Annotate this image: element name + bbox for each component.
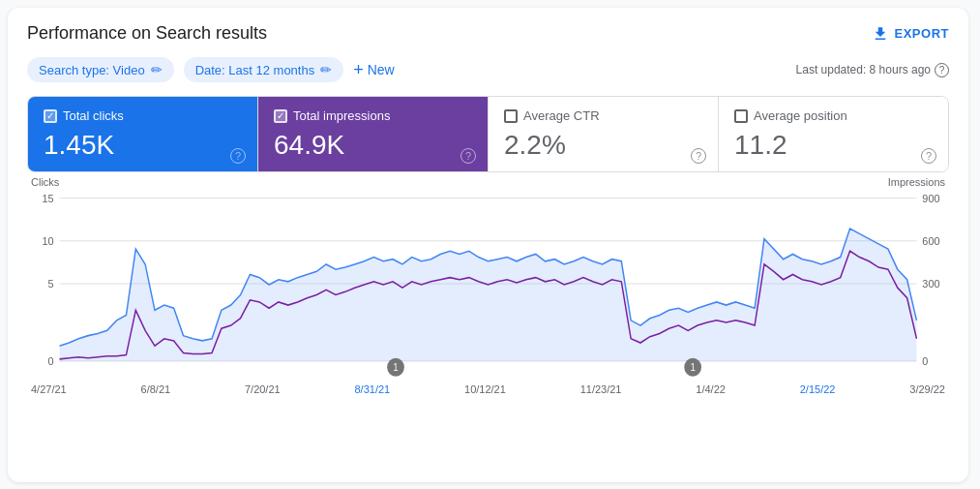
svg-text:600: 600	[922, 234, 939, 246]
x-axis-labels: 4/27/21 6/8/21 7/20/21 8/31/21 10/12/21 …	[31, 383, 945, 395]
total-impressions-checkbox[interactable]	[274, 109, 287, 123]
svg-text:10: 10	[43, 234, 54, 246]
average-position-label: Average position	[754, 108, 847, 123]
svg-text:15: 15	[43, 192, 54, 203]
filters-row: Search type: Video ✏ Date: Last 12 month…	[27, 57, 949, 82]
total-clicks-value: 1.45K	[44, 129, 242, 162]
header: Performance on Search results EXPORT	[27, 23, 949, 44]
chart-svg-container: 15 10 5 0 900 600 300 0 1 1	[31, 188, 945, 382]
x-label-1: 6/8/21	[141, 383, 171, 395]
x-label-5: 11/23/21	[580, 383, 622, 395]
edit-icon-date: ✏	[320, 62, 332, 77]
x-label-7: 2/15/22	[800, 383, 836, 395]
total-impressions-value: 64.9K	[274, 129, 472, 162]
average-ctr-value: 2.2%	[504, 129, 702, 162]
svg-text:0: 0	[922, 354, 928, 366]
x-label-6: 1/4/22	[696, 383, 726, 395]
x-label-4: 10/12/21	[464, 383, 506, 395]
export-button[interactable]: EXPORT	[872, 25, 949, 43]
export-icon	[872, 25, 889, 43]
x-label-8: 3/29/22	[909, 383, 945, 395]
chart-area: Clicks Impressions 15 10 5 0 900 600 300…	[27, 176, 949, 409]
new-button[interactable]: + New	[353, 60, 395, 80]
main-container: Performance on Search results EXPORT Sea…	[8, 8, 968, 482]
page-title: Performance on Search results	[27, 23, 267, 44]
metrics-row: Total clicks 1.45K ? Total impressions 6…	[27, 96, 949, 172]
svg-text:900: 900	[922, 192, 939, 203]
svg-text:0: 0	[48, 354, 54, 366]
svg-text:1: 1	[393, 362, 399, 373]
total-impressions-help[interactable]: ?	[460, 148, 476, 164]
average-ctr-checkbox[interactable]	[504, 109, 518, 123]
svg-text:5: 5	[48, 277, 54, 289]
average-position-checkbox[interactable]	[734, 109, 748, 123]
average-ctr-label: Average CTR	[523, 108, 600, 123]
metric-card-total-impressions[interactable]: Total impressions 64.9K ?	[258, 97, 489, 171]
date-filter[interactable]: Date: Last 12 months ✏	[184, 57, 344, 82]
svg-text:1: 1	[690, 362, 696, 373]
chart-svg: 15 10 5 0 900 600 300 0 1 1	[31, 188, 945, 382]
plus-icon: +	[353, 60, 364, 80]
x-label-0: 4/27/21	[31, 383, 67, 395]
x-label-2: 7/20/21	[245, 383, 281, 395]
total-clicks-checkbox[interactable]	[44, 109, 57, 123]
metric-card-average-position[interactable]: Average position 11.2 ?	[719, 97, 948, 171]
last-updated: Last updated: 8 hours ago ?	[796, 63, 949, 77]
x-label-3: 8/31/21	[354, 383, 390, 395]
y-axis-right-label: Impressions	[888, 176, 945, 188]
y-axis-left-label: Clicks	[31, 176, 59, 188]
metric-card-average-ctr[interactable]: Average CTR 2.2% ?	[489, 97, 719, 171]
total-clicks-help[interactable]: ?	[230, 148, 246, 164]
svg-text:300: 300	[922, 277, 939, 289]
average-position-value: 11.2	[734, 129, 933, 162]
metric-card-total-clicks[interactable]: Total clicks 1.45K ?	[28, 97, 258, 171]
total-impressions-label: Total impressions	[293, 108, 390, 123]
average-ctr-help[interactable]: ?	[691, 148, 706, 164]
help-icon-last-updated: ?	[935, 63, 949, 77]
average-position-help[interactable]: ?	[921, 148, 936, 164]
edit-icon: ✏	[151, 62, 163, 77]
total-clicks-label: Total clicks	[63, 108, 124, 123]
search-type-filter[interactable]: Search type: Video ✏	[27, 57, 174, 82]
